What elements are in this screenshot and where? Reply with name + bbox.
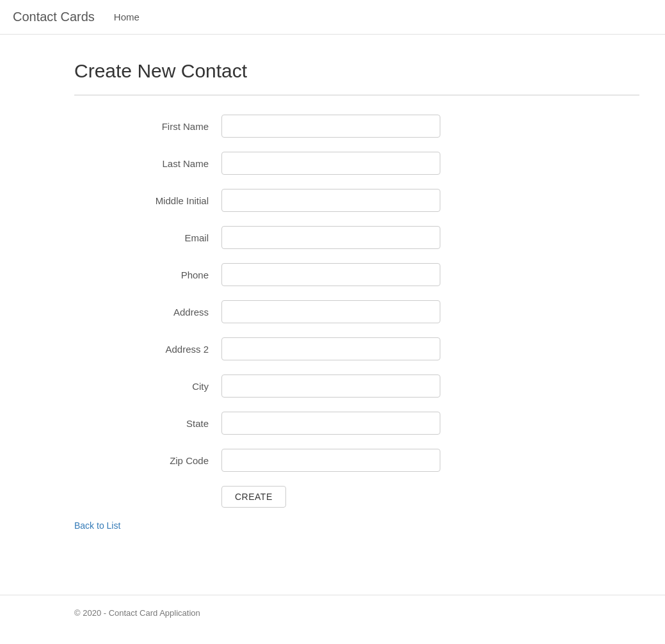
label-state: State	[74, 418, 221, 429]
navbar-nav: Home	[108, 12, 146, 22]
middle-initial-input[interactable]	[221, 189, 440, 212]
label-email: Email	[74, 232, 221, 243]
form-group-zip-code: Zip Code	[74, 449, 639, 472]
footer-text: © 2020 - Contact Card Application	[74, 608, 200, 618]
form-group-middle-initial: Middle Initial	[74, 189, 639, 212]
address-input[interactable]	[221, 300, 440, 323]
form-group-city: City	[74, 374, 639, 398]
divider	[74, 95, 639, 95]
form-group-address: Address	[74, 300, 639, 323]
navbar: Contact Cards Home	[0, 0, 665, 35]
label-last-name: Last Name	[74, 158, 221, 169]
first-name-input[interactable]	[221, 115, 440, 138]
nav-item-home[interactable]: Home	[108, 12, 146, 22]
zip-code-input[interactable]	[221, 449, 440, 472]
back-to-list-link[interactable]: Back to List	[74, 520, 639, 531]
nav-link-home[interactable]: Home	[108, 12, 146, 22]
email-input[interactable]	[221, 226, 440, 249]
form-group-email: Email	[74, 226, 639, 249]
navbar-brand[interactable]: Contact Cards	[13, 10, 95, 24]
main-container: Create New Contact First Name Last Name …	[0, 35, 665, 556]
form-group-last-name: Last Name	[74, 152, 639, 175]
city-input[interactable]	[221, 374, 440, 398]
label-middle-initial: Middle Initial	[74, 195, 221, 206]
label-zip-code: Zip Code	[74, 455, 221, 466]
address2-input[interactable]	[221, 337, 440, 360]
last-name-input[interactable]	[221, 152, 440, 175]
form-group-phone: Phone	[74, 263, 639, 286]
page-title: Create New Contact	[74, 60, 639, 82]
create-button[interactable]: CREATE	[221, 486, 286, 508]
label-city: City	[74, 381, 221, 392]
label-phone: Phone	[74, 270, 221, 280]
create-contact-form: First Name Last Name Middle Initial Emai…	[74, 115, 639, 531]
footer: © 2020 - Contact Card Application	[0, 595, 665, 631]
state-input[interactable]	[221, 412, 440, 435]
label-address: Address	[74, 307, 221, 318]
form-group-address2: Address 2	[74, 337, 639, 360]
create-button-container: CREATE	[221, 486, 639, 508]
phone-input[interactable]	[221, 263, 440, 286]
label-first-name: First Name	[74, 121, 221, 132]
label-address2: Address 2	[74, 344, 221, 355]
form-group-state: State	[74, 412, 639, 435]
form-group-first-name: First Name	[74, 115, 639, 138]
